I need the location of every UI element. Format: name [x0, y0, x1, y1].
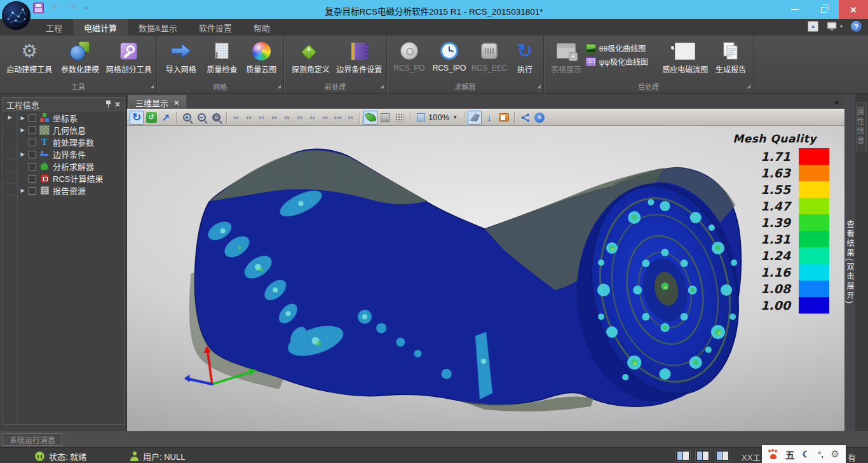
group-corner-icon[interactable]: ◢ — [747, 81, 750, 92]
group-corner-icon[interactable]: ◢ — [381, 81, 384, 92]
expander-icon[interactable]: ▶ — [20, 188, 25, 193]
save-icon[interactable] — [33, 3, 44, 13]
zoom-fit-button[interactable]: ⊡ — [209, 111, 223, 125]
ime-settings-icon[interactable]: ⚙ — [831, 448, 839, 460]
tree-item-geometry-info[interactable]: ▶ 几何信息 — [18, 124, 124, 136]
tab-3d-display[interactable]: 三维显示 × — [128, 95, 186, 109]
tab-overflow-icon[interactable]: ▼ — [834, 100, 839, 106]
view-orientation-button[interactable]: zx — [243, 111, 255, 124]
restore-button[interactable] — [810, 0, 839, 19]
quality-check-button[interactable]: 质量检查 — [203, 39, 242, 74]
minimize-button[interactable] — [780, 0, 810, 19]
redo-icon[interactable]: ↷ — [68, 3, 77, 13]
ime-punctuation-button[interactable]: °, — [818, 450, 824, 459]
tab-close-icon[interactable]: × — [174, 99, 179, 107]
help-icon[interactable]: ? — [851, 21, 862, 32]
pin-icon[interactable] — [105, 100, 111, 108]
qat-dropdown-icon[interactable]: ▾ — [85, 5, 88, 11]
ribbon-filler — [754, 36, 868, 93]
moon-icon[interactable]: ☾ — [803, 449, 811, 459]
import-mesh-button[interactable]: 导入网格 — [159, 39, 203, 74]
expander-icon[interactable]: ▶ — [20, 127, 25, 133]
close-button[interactable]: × — [839, 0, 868, 19]
view-orientation-button[interactable]: zx — [268, 111, 280, 124]
checkbox[interactable] — [29, 127, 36, 134]
checkbox[interactable] — [29, 175, 36, 183]
checkbox[interactable] — [29, 163, 36, 170]
surface-display-button[interactable] — [468, 111, 482, 125]
probe-angle-button[interactable]: 探测角定义 — [287, 39, 335, 74]
checkbox[interactable] — [29, 151, 36, 158]
results-strip-tab[interactable]: 查看结果(双击展开) — [844, 94, 855, 431]
view-orientation-button[interactable]: zy — [281, 111, 293, 124]
ime-mode-button[interactable]: 五 — [785, 448, 795, 461]
zoom-level-select[interactable]: 100% ▼ — [414, 111, 461, 125]
refresh-button[interactable]: ↺ — [144, 111, 158, 125]
flat-mode-button[interactable] — [378, 111, 392, 125]
checkbox[interactable] — [29, 114, 36, 122]
zoom-out-button[interactable]: − — [194, 111, 208, 125]
tab-em-computation[interactable]: 电磁计算 — [73, 19, 128, 36]
app-logo[interactable] — [2, 1, 31, 30]
rcs-ipo-button[interactable]: RCS_IPO — [429, 39, 470, 73]
group-corner-icon[interactable]: ◢ — [278, 81, 281, 92]
psi-polarization-button[interactable]: ψψ极化曲线图 — [586, 56, 660, 67]
generate-report-button[interactable]: 生成报告 — [711, 39, 750, 74]
property-info-tab[interactable]: 属性信息 — [856, 102, 867, 151]
tree-item-analysis-solver[interactable]: 分析求解器 — [18, 160, 124, 172]
tree-item-boundary-conditions[interactable]: ▶ 边界条件 — [18, 148, 124, 160]
tab-project[interactable]: 工程 — [35, 19, 73, 36]
tree-item-coordinate-system[interactable]: ▶ 坐标系 — [18, 112, 124, 124]
parametric-modeling-button[interactable]: 参数化建模 — [57, 39, 104, 74]
root-expander-icon[interactable]: ▶ — [7, 114, 13, 120]
panel-close-icon[interactable]: × — [115, 100, 120, 109]
view-orientation-button[interactable]: zv — [306, 111, 318, 124]
system-message-tab[interactable]: 系统运行消息 — [3, 433, 62, 446]
ime-logo-icon[interactable] — [768, 450, 778, 459]
expander-icon[interactable]: ▶ — [20, 115, 25, 121]
layout-right-button[interactable] — [715, 450, 730, 462]
group-corner-icon[interactable]: ◢ — [538, 81, 541, 92]
mesh-tool-button[interactable]: 网格剖分工具 — [104, 39, 154, 74]
induced-current-map-button[interactable]: 感应电磁流图 — [659, 39, 711, 74]
boundary-settings-button[interactable]: 边界条件设置 — [335, 39, 384, 74]
clear-view-button[interactable]: × — [532, 111, 546, 125]
capture-button[interactable] — [497, 111, 511, 125]
import-view-button[interactable]: ↓ — [482, 111, 496, 125]
theta-polarization-button[interactable]: θθ极化曲线图 — [586, 43, 660, 53]
wrench-icon — [120, 43, 137, 60]
tab-data-display[interactable]: 数据&显示 — [128, 19, 188, 36]
share-button[interactable] — [518, 111, 532, 125]
undo-icon[interactable]: ↶ — [51, 3, 60, 13]
view-orientation-button[interactable]: zvx — [332, 111, 344, 124]
rotate-button[interactable]: ↻ — [130, 111, 144, 125]
pan-button[interactable]: ↗ — [159, 111, 173, 125]
checkbox[interactable] — [29, 139, 36, 146]
view-orientation-button[interactable]: vx — [319, 111, 331, 124]
layout-left-button[interactable] — [675, 450, 691, 462]
view-orientation-button[interactable]: zx — [344, 111, 356, 124]
tree-item-report-resources[interactable]: ▶ 报告资源 — [18, 184, 124, 197]
tab-software-settings[interactable]: 软件设置 — [188, 19, 243, 36]
parameter-icon: T — [39, 137, 50, 147]
shaded-mode-button[interactable] — [363, 111, 377, 125]
view-orientation-button[interactable]: xz — [230, 111, 242, 124]
expander-icon[interactable]: ▶ — [20, 151, 25, 157]
points-mode-button[interactable] — [393, 111, 407, 125]
execute-button[interactable]: ↻ 执行 — [509, 39, 541, 74]
launch-modeling-tool-button[interactable]: ⚙ 启动建模工具 — [3, 39, 57, 74]
layout-center-button[interactable] — [695, 450, 710, 462]
legend-value: 1.71 — [695, 149, 799, 163]
checkbox[interactable] — [29, 187, 36, 195]
view-orientation-button[interactable]: zx — [294, 111, 306, 124]
3d-canvas[interactable]: Mesh Quality 1.71 1.63 1.55 1.47 — [127, 126, 844, 431]
tree-item-preprocess-params[interactable]: T 前处理参数 — [18, 136, 124, 148]
view-orientation-button[interactable]: xz — [255, 111, 268, 124]
tree-item-rcs-results[interactable]: RCS计算结果 — [18, 172, 124, 184]
display-style-icon[interactable]: ▾ — [827, 22, 843, 32]
tab-help[interactable]: 帮助 — [243, 19, 281, 36]
quality-cloudmap-button[interactable]: 质量云图 — [241, 39, 281, 74]
group-corner-icon[interactable]: ◢ — [151, 81, 154, 92]
zoom-in-button[interactable]: + — [180, 111, 194, 125]
collapse-ribbon-icon[interactable]: ▲ — [808, 21, 818, 32]
